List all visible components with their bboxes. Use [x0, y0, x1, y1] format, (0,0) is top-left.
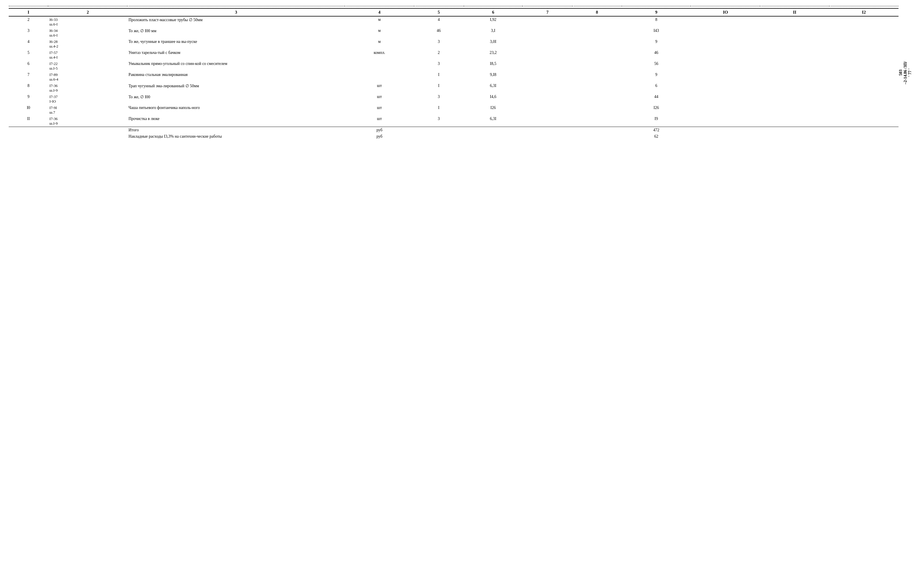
cell-r0-c1: I6-33ш.6-I	[48, 16, 127, 28]
cell-r5-c11	[829, 71, 899, 83]
cell-r4-c10	[760, 61, 829, 71]
cell-r9-c5: 6,3I	[464, 116, 523, 127]
cell-r9-c1: I7-36ш.I-9	[48, 116, 127, 127]
cell-r2-c6	[523, 38, 572, 50]
cell-r7-c0: 9	[9, 94, 48, 105]
cell-r10-c11	[829, 127, 899, 133]
cell-r7-c1: I7-37I-IO	[48, 94, 127, 105]
cell-r11-c6	[523, 133, 572, 140]
cell-r8-c0: I0	[9, 105, 48, 116]
cell-r11-c9	[691, 133, 760, 140]
header-col10: IO	[691, 8, 760, 16]
cell-r0-c7	[572, 16, 622, 28]
header-col11: II	[760, 8, 829, 16]
cell-r1-c5: 3,I	[464, 28, 523, 38]
cell-r5-c4: I	[414, 71, 464, 83]
cell-r3-c4: 2	[414, 50, 464, 61]
cell-r3-c1: I7-57ш.4-I	[48, 50, 127, 61]
cell-r6-c1: I7-36ш.I-9	[48, 83, 127, 94]
cell-r5-c5: 9,I8	[464, 71, 523, 83]
cell-r7-c4: 3	[414, 94, 464, 105]
cell-r11-c4	[414, 133, 464, 140]
cell-r3-c10	[760, 50, 829, 61]
cell-r5-c7	[572, 71, 622, 83]
cell-r2-c9	[691, 38, 760, 50]
cell-r11-c5	[464, 133, 523, 140]
table-row: III7-36ш.I-9Прочистка в люкешт36,3II9	[9, 116, 899, 127]
cell-r10-c2: Итого	[127, 127, 345, 133]
side-label: 503 –2-14.86 /ЗП/ ' 77 '	[899, 6, 915, 140]
table-row: Итогоруб472	[9, 127, 899, 133]
header-col1: I	[9, 8, 48, 16]
cell-r11-c2: Накладные расходы I3,3% на сантехни-ческ…	[127, 133, 345, 140]
table-row: Накладные расходы I3,3% на сантехни-ческ…	[9, 133, 899, 140]
cell-r9-c0: II	[9, 116, 48, 127]
cell-r4-c3	[345, 61, 414, 71]
cell-r11-c10	[760, 133, 829, 140]
cell-r11-c7	[572, 133, 622, 140]
cell-r10-c0	[9, 127, 48, 133]
cell-r8-c9	[691, 105, 760, 116]
header-col7: 7	[523, 8, 572, 16]
cell-r4-c0: 6	[9, 61, 48, 71]
cell-r9-c8: I9	[622, 116, 691, 127]
cell-r10-c1	[48, 127, 127, 133]
header-col2: 2	[48, 8, 127, 16]
cell-r6-c3: шт	[345, 83, 414, 94]
cell-r9-c7	[572, 116, 622, 127]
cell-r1-c9	[691, 28, 760, 38]
cell-r4-c8: 56	[622, 61, 691, 71]
cell-r1-c10	[760, 28, 829, 38]
cell-r7-c2: То же, ∅ I00	[127, 94, 345, 105]
cell-r11-c0	[9, 133, 48, 140]
cell-r2-c8: 9	[622, 38, 691, 50]
cell-r5-c6	[523, 71, 572, 83]
cell-r4-c1: I7-22ш.I-5	[48, 61, 127, 71]
cell-r5-c8: 9	[622, 71, 691, 83]
cell-r3-c7	[572, 50, 622, 61]
table-row: 6I7-22ш.I-5Умывальник прямо-угольный со …	[9, 61, 899, 71]
cell-r3-c6	[523, 50, 572, 61]
cell-r0-c2: Проложить пласт-массовые трубы ∅ 50мм	[127, 16, 345, 28]
cell-r8-c11	[829, 105, 899, 116]
cell-r1-c11	[829, 28, 899, 38]
cell-r4-c2: Умывальник прямо-угольный со спин-кой со…	[127, 61, 345, 71]
cell-r0-c5: I,92	[464, 16, 523, 28]
header-col8: 8	[572, 8, 622, 16]
cell-r0-c8: 8	[622, 16, 691, 28]
cell-r3-c11	[829, 50, 899, 61]
cell-r9-c6	[523, 116, 572, 127]
page-wrapper: I 2 3 4 5 6 7 8 9 IO II I2 2I6-33ш.6-IПр…	[9, 6, 915, 140]
cell-r7-c10	[760, 94, 829, 105]
cell-r11-c8: 62	[622, 133, 691, 140]
cell-r2-c3: м	[345, 38, 414, 50]
cell-r10-c8: 472	[622, 127, 691, 133]
cell-r7-c8: 44	[622, 94, 691, 105]
table-row: 2I6-33ш.6-IПроложить пласт-массовые труб…	[9, 16, 899, 28]
cell-r3-c5: 23,2	[464, 50, 523, 61]
cell-r1-c6	[523, 28, 572, 38]
cell-r6-c6	[523, 83, 572, 94]
cell-r1-c3: м	[345, 28, 414, 38]
cell-r6-c7	[572, 83, 622, 94]
cell-r9-c10	[760, 116, 829, 127]
cell-r10-c6	[523, 127, 572, 133]
cell-r1-c1: I6-34ш.6-I	[48, 28, 127, 38]
cell-r2-c0: 4	[9, 38, 48, 50]
table-row: 8I7-36ш.I-9Трап чугунный эма-лированный …	[9, 83, 899, 94]
header-col5: 5	[414, 8, 464, 16]
cell-r7-c3: шт	[345, 94, 414, 105]
cell-r6-c9	[691, 83, 760, 94]
cell-r5-c10	[760, 71, 829, 83]
cell-r10-c7	[572, 127, 622, 133]
cell-r7-c9	[691, 94, 760, 105]
header-col4: 4	[345, 8, 414, 16]
table-row: 9I7-37I-IOТо же, ∅ I00шт3I4,644	[9, 94, 899, 105]
cell-r4-c7	[572, 61, 622, 71]
cell-r2-c7	[572, 38, 622, 50]
cell-r9-c4: 3	[414, 116, 464, 127]
cell-r2-c4: 3	[414, 38, 464, 50]
table-row: 7I7-89ш.6-4Раковина стальная эмалированн…	[9, 71, 899, 83]
cell-r8-c8: I26	[622, 105, 691, 116]
cell-r1-c8: I43	[622, 28, 691, 38]
